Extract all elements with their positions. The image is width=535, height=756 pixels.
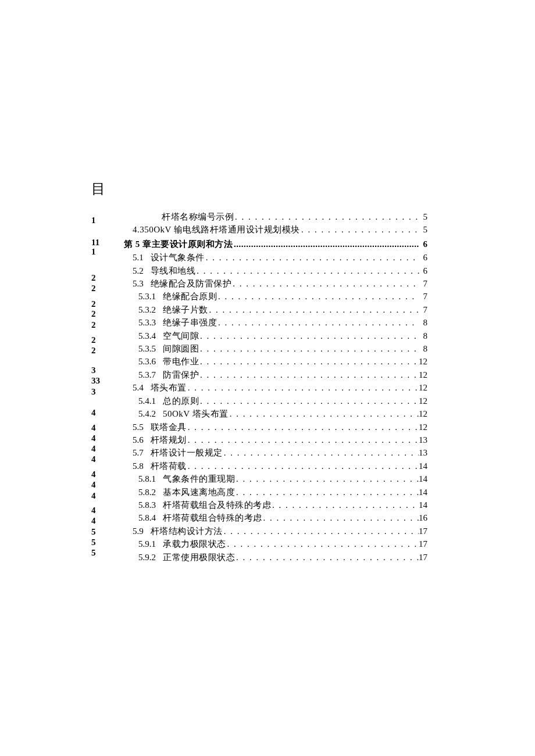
toc-leader: . . . . . . . . . . . . . . . . . . . . … bbox=[199, 368, 419, 381]
toc-number: 5.3.5 bbox=[124, 342, 156, 355]
toc-entry: 杆塔名称编号示例 . . . . . . . . . . . . . . . .… bbox=[124, 210, 427, 223]
toc-number: 5.6 bbox=[124, 433, 144, 446]
side-number: 2 bbox=[91, 346, 96, 355]
side-number: 2 bbox=[91, 284, 96, 293]
toc-text: 杆塔设计一般规定 bbox=[151, 446, 223, 459]
toc-text: 带电作业 bbox=[163, 355, 199, 368]
toc-leader: . . . . . . . . . . . . . . . . . . . . … bbox=[199, 329, 419, 342]
toc-number: 5.7 bbox=[124, 446, 144, 459]
toc-entry: 5.3.1绝缘配合原则 . . . . . . . . . . . . . . … bbox=[124, 290, 427, 303]
side-number: 2 bbox=[91, 274, 96, 282]
toc-entry: 5.9.2正常使用极限状态 . . . . . . . . . . . . . … bbox=[124, 551, 427, 564]
toc-entry: 5.7杆塔设计一般规定 . . . . . . . . . . . . . . … bbox=[124, 446, 427, 459]
side-number: 4 bbox=[91, 455, 96, 464]
toc-entry: 5.1设计气象条件 . . . . . . . . . . . . . . . … bbox=[124, 251, 427, 264]
toc-leader: . . . . . . . . . . . . . . . . . . . . … bbox=[187, 460, 419, 472]
toc-page: 14 bbox=[419, 499, 427, 511]
toc-entry: 4.350OkV 输电线路杆塔通用设计规划模块 . . . . . . . . … bbox=[124, 223, 427, 236]
toc-page: 7 bbox=[419, 303, 427, 316]
toc-page: 8 bbox=[419, 316, 427, 329]
side-number: 2 bbox=[91, 336, 96, 345]
toc-text: 防雷保护 bbox=[163, 368, 199, 381]
toc-entry: 5.9.1承载力极限状态 . . . . . . . . . . . . . .… bbox=[124, 538, 427, 550]
toc-page: 17 bbox=[419, 551, 427, 564]
toc-leader: . . . . . . . . . . . . . . . . . . . . … bbox=[217, 316, 419, 329]
toc-text: 间隙圆图 bbox=[163, 342, 199, 355]
table-of-contents: 杆塔名称编号示例 . . . . . . . . . . . . . . . .… bbox=[124, 210, 427, 564]
toc-text: 50OkV 塔头布置 bbox=[163, 407, 229, 420]
toc-leader: . . . . . . . . . . . . . . . . . . . . … bbox=[187, 381, 419, 394]
toc-number: 5.4.2 bbox=[124, 407, 156, 420]
toc-page: 5 bbox=[419, 210, 427, 223]
side-number: 3 bbox=[91, 366, 96, 375]
toc-entry: 5.3.6带电作业 . . . . . . . . . . . . . . . … bbox=[124, 355, 427, 368]
side-number: 4 bbox=[91, 481, 96, 489]
toc-leader: . . . . . . . . . . . . . . . . . . . . … bbox=[226, 538, 419, 550]
toc-text: 杆塔荷载组合特殊的考虑 bbox=[163, 511, 262, 524]
toc-leader: . . . . . . . . . . . . . . . . . . . . … bbox=[262, 511, 419, 524]
toc-entry: 5.6杆塔规划 . . . . . . . . . . . . . . . . … bbox=[124, 433, 427, 446]
toc-text: 基本风速离地高度 bbox=[163, 486, 235, 499]
toc-leader: . . . . . . . . . . . . . . . . . . . . … bbox=[229, 407, 419, 420]
toc-page: 12 bbox=[419, 407, 427, 420]
side-number: 33 bbox=[91, 377, 100, 385]
toc-text: 塔头布置 bbox=[151, 381, 187, 394]
toc-text: 承载力极限状态 bbox=[163, 538, 226, 550]
toc-number: 5.8.4 bbox=[124, 511, 156, 524]
toc-number: 5.8.2 bbox=[124, 486, 156, 499]
toc-number: 5.3.3 bbox=[124, 316, 156, 329]
toc-page: 6 bbox=[419, 264, 427, 277]
toc-page: 7 bbox=[419, 290, 427, 303]
toc-text: 4.350OkV 输电线路杆塔通用设计规划模块 bbox=[133, 223, 300, 236]
toc-number: 5.8.3 bbox=[124, 499, 156, 511]
toc-page: 14 bbox=[419, 472, 427, 485]
side-number: 2 bbox=[91, 300, 96, 309]
toc-entry: 5.9杆塔结构设计方法 . . . . . . . . . . . . . . … bbox=[124, 525, 427, 538]
side-number: 1 bbox=[91, 248, 96, 256]
toc-leader: . . . . . . . . . . . . . . . . . . . . … bbox=[231, 277, 419, 290]
side-number: 4 bbox=[91, 492, 96, 500]
toc-leader: . . . . . . . . . . . . . . . . . . . . … bbox=[205, 251, 419, 264]
toc-number: 5.1 bbox=[124, 251, 144, 264]
toc-number: 5.8.1 bbox=[124, 472, 156, 485]
toc-number: 5.3 bbox=[124, 277, 144, 290]
toc-heading: 目 bbox=[91, 180, 105, 198]
toc-number: 5.9.1 bbox=[124, 538, 156, 550]
toc-page: 12 bbox=[419, 421, 427, 433]
toc-leader: . . . . . . . . . . . . . . . . . . . . … bbox=[208, 303, 420, 316]
toc-number: 5.4.1 bbox=[124, 395, 156, 407]
side-number: 4 bbox=[91, 424, 96, 432]
side-number: 11 bbox=[91, 238, 99, 247]
side-number: 4 bbox=[91, 506, 96, 515]
toc-text: 联塔金具 bbox=[151, 421, 187, 433]
toc-text: 绝缘配合及防雷保护 bbox=[151, 277, 232, 290]
toc-number: 5.9.2 bbox=[124, 551, 156, 564]
toc-text: 杆塔结构设计方法 bbox=[151, 525, 223, 538]
side-number: 2 bbox=[91, 310, 96, 318]
toc-number: 5.9 bbox=[124, 525, 144, 538]
toc-page: 14 bbox=[419, 486, 427, 499]
toc-page: 17 bbox=[419, 525, 427, 538]
toc-text: 杆塔名称编号示例 bbox=[162, 210, 234, 223]
side-number: 4 bbox=[91, 409, 96, 417]
toc-text: 第 5 章主要设计原则和方法 bbox=[124, 238, 233, 250]
toc-text: 正常使用极限状态 bbox=[163, 551, 235, 564]
toc-page: 6 bbox=[419, 238, 427, 250]
toc-leader: . . . . . . . . . . . . . . . . . . . . … bbox=[199, 395, 419, 407]
toc-leader: . . . . . . . . . . . . . . . . . . . . … bbox=[235, 551, 419, 564]
toc-entry: 5.8.2基本风速离地高度 . . . . . . . . . . . . . … bbox=[124, 486, 427, 499]
toc-text: 杆塔荷载组合及特殊的考虑 bbox=[163, 499, 271, 511]
toc-leader: . . . . . . . . . . . . . . . . . . . . … bbox=[234, 210, 419, 223]
toc-leader: . . . . . . . . . . . . . . . . . . . . … bbox=[235, 486, 419, 499]
toc-page: 14 bbox=[419, 460, 427, 472]
toc-page: 12 bbox=[419, 355, 427, 368]
side-number: 4 bbox=[91, 470, 96, 479]
toc-page: 13 bbox=[419, 446, 427, 459]
side-number: 3 bbox=[91, 388, 96, 396]
toc-page: 12 bbox=[419, 395, 427, 407]
toc-leader: . . . . . . . . . . . . . . . . . . . . … bbox=[187, 433, 419, 446]
toc-page: 17 bbox=[419, 538, 427, 550]
side-number: 1 bbox=[91, 216, 96, 225]
toc-leader: . . . . . . . . . . . . . . . . . . . . … bbox=[199, 355, 419, 368]
toc-page: 5 bbox=[419, 223, 427, 236]
